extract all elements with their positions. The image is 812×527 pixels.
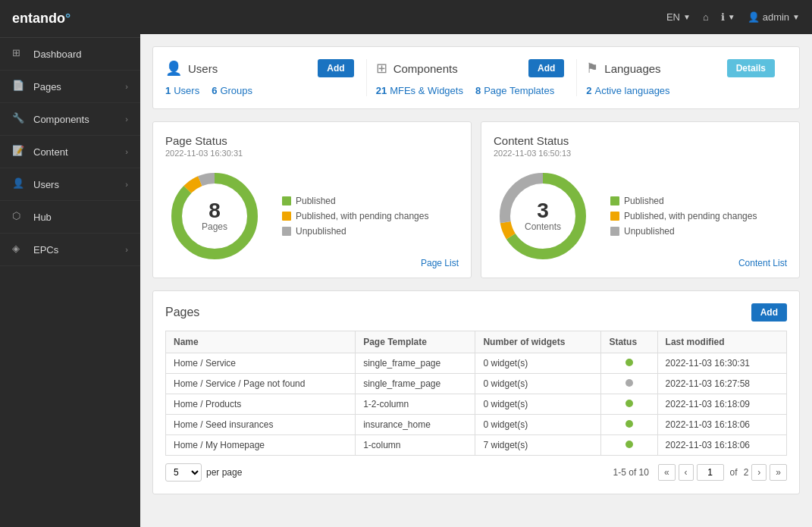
content-status-legend: Published Published, with pending change… xyxy=(610,196,757,237)
language-selector[interactable]: EN ▼ xyxy=(666,11,691,23)
unpublished-dot xyxy=(282,227,291,236)
chevron-down-icon: ▼ xyxy=(792,13,800,21)
pending-dot xyxy=(282,212,291,221)
status-row: Page Status 2022-11-03 16:30:31 8 xyxy=(152,121,800,278)
unpublished-label: Unpublished xyxy=(296,226,346,237)
col-modified: Last modified xyxy=(657,331,786,353)
legend-pending: Published, with pending changes xyxy=(282,211,428,221)
row-widgets: 7 widget(s) xyxy=(475,435,601,456)
groups-link[interactable]: 6 Groups xyxy=(212,85,252,96)
row-name: Home / Service / Page not found xyxy=(166,374,356,394)
page-status-donut: 8 Pages xyxy=(165,167,264,265)
row-widgets: 0 widget(s) xyxy=(475,374,601,394)
next-page-button[interactable]: › xyxy=(751,464,767,481)
row-widgets: 0 widget(s) xyxy=(475,394,601,415)
chevron-right-icon: › xyxy=(125,147,128,156)
page-templates-link[interactable]: 8 Page Templates xyxy=(475,85,554,96)
row-template: 1-column xyxy=(356,435,475,456)
row-widgets: 0 widget(s) xyxy=(475,353,601,374)
content-count: 3 xyxy=(525,200,561,221)
page-status-legend: Published Published, with pending change… xyxy=(282,196,428,237)
sidebar-item-dashboard[interactable]: ⊞ Dashboard xyxy=(0,38,140,71)
pages-table: Name Page Template Number of widgets Sta… xyxy=(165,331,787,456)
sidebar-item-label: Users xyxy=(33,179,59,190)
status-dot xyxy=(625,441,633,448)
sidebar-item-hub[interactable]: ⬡ Hub xyxy=(0,201,140,234)
summary-cards: 👤 Users Add 1 Users 6 Groups ⊞ xyxy=(152,46,800,109)
legend-unpublished: Unpublished xyxy=(282,226,428,237)
users-count: 1 xyxy=(165,85,171,96)
col-status: Status xyxy=(601,331,657,353)
content-pending-label: Published, with pending changes xyxy=(624,211,757,221)
content-unpublished-dot xyxy=(610,227,619,236)
contents-label: Contents xyxy=(525,221,561,232)
dashboard-icon: ⊞ xyxy=(12,47,26,61)
home-button[interactable]: ⌂ xyxy=(703,11,709,23)
users-card-title: Users xyxy=(188,62,218,75)
row-modified: 2022-11-03 16:18:09 xyxy=(657,394,786,415)
active-languages-link[interactable]: 2 Active languages xyxy=(586,85,669,96)
chevron-right-icon: › xyxy=(125,114,128,124)
chevron-right-icon: › xyxy=(125,180,128,189)
row-status xyxy=(601,415,657,435)
page-list-link[interactable]: Page List xyxy=(421,258,459,268)
pagination: 5 10 25 per page 1-5 of 10 « ‹ of 2 › » xyxy=(165,463,787,482)
mfes-count: 21 xyxy=(376,85,387,96)
info-button[interactable]: ℹ ▼ xyxy=(721,11,735,23)
prev-page-button[interactable]: ‹ xyxy=(679,464,694,481)
languages-card-title: Languages xyxy=(604,62,660,75)
home-icon: ⌂ xyxy=(703,11,709,23)
mfes-link[interactable]: 21 MFEs & Widgets xyxy=(376,85,463,96)
sidebar-item-users[interactable]: 👤 Users › xyxy=(0,168,140,201)
languages-card-icon: ⚑ xyxy=(586,60,598,77)
content-list-link[interactable]: Content List xyxy=(738,258,787,268)
components-icon: 🔧 xyxy=(12,112,26,126)
content-legend-unpublished: Unpublished xyxy=(610,226,757,237)
languages-details-button[interactable]: Details xyxy=(727,59,775,77)
sidebar-item-content[interactable]: 📝 Content › xyxy=(0,136,140,168)
content-pending-dot xyxy=(610,212,619,221)
sidebar-item-components[interactable]: 🔧 Components › xyxy=(0,103,140,136)
col-widgets: Number of widgets xyxy=(475,331,601,353)
sidebar: entando° ⊞ Dashboard 📄 Pages › 🔧 Compone… xyxy=(0,0,140,527)
row-name: Home / Seed insurances xyxy=(166,415,356,435)
users-card-icon: 👤 xyxy=(165,60,182,77)
users-card: 👤 Users Add 1 Users 6 Groups xyxy=(165,59,367,96)
row-modified: 2022-11-03 16:27:58 xyxy=(657,374,786,394)
table-row: Home / Service single_frame_page 0 widge… xyxy=(166,353,787,374)
per-page-select[interactable]: 5 10 25 xyxy=(165,463,202,482)
sidebar-item-label: Content xyxy=(33,146,68,158)
active-languages-count: 2 xyxy=(586,85,591,96)
languages-card: ⚑ Languages Details 2 Active languages xyxy=(586,59,787,96)
active-languages-label: Active languages xyxy=(595,85,670,96)
pending-label: Published, with pending changes xyxy=(296,211,428,221)
page-status-title: Page Status xyxy=(165,134,459,147)
epcs-icon: ◈ xyxy=(12,243,26,256)
sidebar-item-epcs[interactable]: ◈ EPCs › xyxy=(0,234,140,266)
sidebar-item-label: Hub xyxy=(33,212,52,223)
row-status xyxy=(601,435,657,456)
page-number-input[interactable] xyxy=(697,464,724,481)
row-widgets: 0 widget(s) xyxy=(475,415,601,435)
users-link[interactable]: 1 Users xyxy=(165,85,199,96)
chevron-down-icon: ▼ xyxy=(728,13,735,21)
username-label: admin xyxy=(763,11,789,23)
users-add-button[interactable]: Add xyxy=(318,59,353,77)
language-label: EN xyxy=(666,11,680,23)
content-legend-published: Published xyxy=(610,196,757,206)
pages-icon: 📄 xyxy=(12,80,26,93)
sidebar-item-pages[interactable]: 📄 Pages › xyxy=(0,71,140,103)
row-name: Home / Service xyxy=(166,353,356,374)
components-card-icon: ⊞ xyxy=(376,60,387,77)
first-page-button[interactable]: « xyxy=(658,464,676,481)
components-add-button[interactable]: Add xyxy=(528,59,564,77)
last-page-button[interactable]: » xyxy=(770,464,787,481)
col-name: Name xyxy=(166,331,356,353)
row-template: insurance_home xyxy=(356,415,475,435)
user-menu[interactable]: 👤 admin ▼ xyxy=(748,11,800,23)
content-published-label: Published xyxy=(624,196,664,206)
page-status-panel: Page Status 2022-11-03 16:30:31 8 xyxy=(152,121,472,278)
chevron-right-icon: › xyxy=(125,245,128,254)
pages-add-button[interactable]: Add xyxy=(751,303,787,322)
table-row: Home / Products 1-2-column 0 widget(s) 2… xyxy=(166,394,787,415)
